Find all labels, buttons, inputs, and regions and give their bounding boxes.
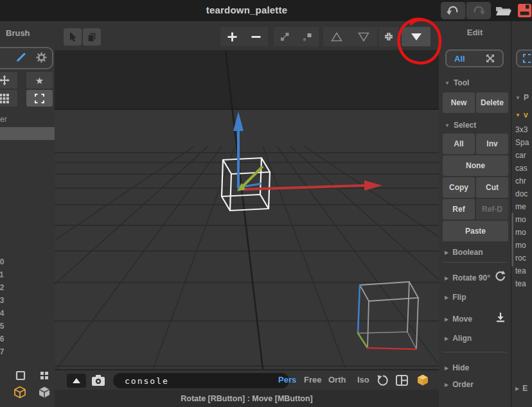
console-input[interactable] [113,373,289,388]
edit-scope-button[interactable]: All [445,49,504,67]
align-section-header[interactable]: ▶Align [445,334,472,343]
list-item[interactable]: 7 [0,217,55,230]
link-objects-icon[interactable] [280,32,290,42]
list-item[interactable]: 2 [0,153,55,166]
minus-icon[interactable] [251,31,262,42]
save-icon[interactable] [518,4,531,17]
view-mode-pers[interactable]: Pers [278,375,296,385]
brush-mode-pill [0,47,53,69]
render-cube-icon[interactable] [416,374,429,386]
list-item[interactable]: 15 [0,320,55,333]
viewport-toolbar [55,21,439,51]
3d-viewport[interactable] [55,50,439,369]
list-item[interactable]: 16 [0,333,55,345]
export-section-header[interactable]: ▶E [515,384,528,393]
order-section-header[interactable]: ▶Order [445,380,474,389]
list-item[interactable]: 13 [0,294,55,307]
copy-button[interactable]: Copy [443,177,475,198]
model-list-item[interactable]: roc [515,252,532,264]
model-list-item[interactable]: me [515,200,532,213]
duplicate-button[interactable] [83,28,101,46]
project-scope-button[interactable] [516,49,532,67]
tool-section-header[interactable]: ▼Tool [445,78,469,87]
select-section-header[interactable]: ▼Select [445,121,476,130]
model-list-item[interactable]: Spa [515,136,532,149]
boolean-section-header[interactable]: ▶Boolean [445,248,483,257]
select-all-button[interactable]: All [443,134,475,154]
cut-button[interactable]: Cut [476,177,508,198]
brush-panel-title: Brush [6,28,30,38]
ref-d-button[interactable]: Ref-D [476,199,508,220]
list-item[interactable]: 10 [0,255,55,268]
scrollbar-thumb[interactable] [511,212,513,266]
flip-section-header[interactable]: ▶Flip [445,293,466,302]
split-view-icon[interactable] [396,375,408,386]
dropdown-menu-button[interactable] [402,27,430,46]
move-to-ground-icon[interactable] [495,312,506,323]
model-list-item[interactable]: doc [515,187,532,200]
list-item[interactable]: 12 [0,281,55,294]
move-section-header[interactable]: ▶Move [445,315,472,324]
list-item[interactable]: 1 [0,140,55,153]
wireframe-cube-icon[interactable] [13,386,26,399]
list-item[interactable]: 3 [0,166,55,178]
solid-cube-icon[interactable] [38,386,51,399]
expand-console-button[interactable] [67,374,86,388]
model-list-item[interactable]: tea [515,264,532,277]
collapse-center-icon[interactable] [384,31,394,42]
list-item[interactable]: 6 [0,204,55,217]
triangle-up-outline-icon[interactable] [331,32,342,42]
brush-mode-marquee-button[interactable] [26,90,53,107]
model-list-item[interactable]: tea [515,277,532,290]
list-item[interactable]: 9 [0,243,55,255]
gear-icon[interactable] [36,52,47,63]
edit-panel: Edit All ▼Tool New Delete ▼Select All In… [439,21,512,407]
model-list-item[interactable]: 3x3 [515,123,532,136]
ref-button[interactable]: Ref [443,199,475,220]
model-list-item[interactable]: cas [515,162,532,175]
undo-button[interactable] [441,2,465,19]
select-none-button[interactable]: None [443,155,508,176]
project-section-header[interactable]: ▼P [515,93,529,102]
select-cursor-button[interactable] [64,28,82,46]
hide-section-header[interactable]: ▶Hide [445,363,469,372]
list-item[interactable]: 4 [0,178,55,191]
brush-mode-star-button[interactable]: ★ [26,72,53,89]
view-mode-orth[interactable]: Orth [328,375,346,385]
select-inv-button[interactable]: Inv [476,134,508,154]
unlink-objects-icon[interactable] [303,32,312,42]
reset-view-icon[interactable] [377,374,389,386]
redo-button[interactable] [466,2,491,19]
brush-mode-pattern-button[interactable] [0,90,17,107]
selected-model-header[interactable]: ▼v [515,110,528,119]
camera-icon[interactable] [91,374,105,387]
list-item[interactable]: 5 [0,191,55,204]
model-list-item[interactable]: mo [515,239,532,252]
delete-button[interactable]: Delete [476,92,508,113]
copy-pages-icon [87,32,97,42]
list-item[interactable]: 14 [0,307,55,320]
new-button[interactable]: New [443,92,475,113]
model-list-item[interactable]: mo [515,226,532,239]
brush-mode-move-button[interactable] [0,72,17,89]
plus-icon[interactable] [227,31,238,42]
rotate-section-header[interactable]: ▶Rotate 90° [445,273,490,282]
single-view-icon[interactable] [15,370,26,381]
open-folder-icon[interactable] [495,4,512,17]
triangle-right-icon: ▶ [445,382,448,388]
triangle-down-outline-icon[interactable] [358,32,369,42]
list-item[interactable]: 8 [0,230,55,243]
list-item[interactable]: 0 [0,127,55,140]
quad-view-icon[interactable] [39,370,49,381]
view-mode-iso[interactable]: Iso [357,375,369,385]
paste-button[interactable]: Paste [443,221,508,241]
list-item[interactable]: 17 [0,345,55,358]
model-list-item[interactable]: car [515,149,532,162]
paintbrush-icon[interactable] [15,52,26,63]
move-icon [0,75,10,85]
model-list-item[interactable]: chr [515,175,532,187]
rotate-ccw-icon[interactable] [494,270,506,282]
view-mode-free[interactable]: Free [304,375,321,385]
list-item[interactable]: 11 [0,268,55,281]
model-list-item[interactable]: mo [515,213,532,226]
